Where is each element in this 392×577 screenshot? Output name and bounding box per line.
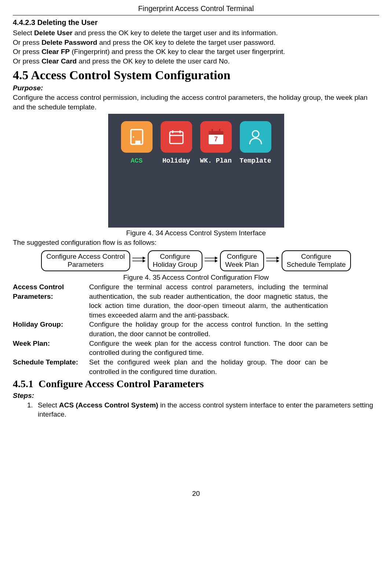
flow-diagram: Configure Access Control Parameters Conf… bbox=[13, 250, 379, 272]
svg-text:7: 7 bbox=[214, 135, 217, 143]
arrow-icon bbox=[203, 255, 219, 266]
heading-4-4-2-3: 4.4.2.3 Deleting the User bbox=[13, 18, 379, 28]
svg-point-14 bbox=[252, 131, 259, 137]
arrow-icon bbox=[265, 255, 281, 266]
def-term: Access Control Parameters: bbox=[13, 282, 86, 320]
svg-rect-5 bbox=[170, 132, 183, 144]
wkplan-icon: 7 bbox=[200, 121, 232, 153]
figure-caption-2: Figure 4. 35 Access Control Configuratio… bbox=[13, 273, 379, 282]
step-1: Select ACS (Access Control System) in th… bbox=[35, 400, 379, 419]
tile-template[interactable]: Template bbox=[237, 121, 274, 165]
heading-4-5-1: 4.5.1 Configure Access Control Parameter… bbox=[13, 377, 379, 391]
acs-icon bbox=[121, 121, 153, 153]
tile-holiday[interactable]: Holiday bbox=[158, 121, 195, 165]
svg-marker-16 bbox=[143, 257, 146, 260]
paragraph: Or press Clear FP (Fingerprint) and pres… bbox=[13, 47, 379, 57]
svg-rect-10 bbox=[209, 131, 223, 135]
tile-label: WK. Plan bbox=[198, 156, 234, 165]
flow-step-4: Configure Schedule Template bbox=[282, 250, 351, 272]
svg-marker-22 bbox=[215, 260, 218, 262]
svg-rect-3 bbox=[135, 141, 140, 144]
steps-label: Steps: bbox=[13, 391, 379, 400]
heading-4-5: 4.5 Access Control System Configuration bbox=[13, 67, 379, 84]
section-title: Configure Access Control Parameters bbox=[39, 378, 204, 389]
def-desc: Configure the week plan for the access c… bbox=[89, 339, 328, 358]
def-desc: Set the configured week plan and the hol… bbox=[89, 358, 328, 376]
svg-marker-18 bbox=[143, 260, 146, 262]
arrow-icon bbox=[131, 255, 147, 266]
section-number: 4.4.2.3 bbox=[13, 18, 35, 26]
tile-acs[interactable]: ACS bbox=[118, 121, 155, 165]
definition-list: Access Control Parameters: Configure the… bbox=[13, 282, 328, 376]
def-desc: Configure the holiday group for the acce… bbox=[89, 320, 328, 338]
svg-marker-20 bbox=[215, 257, 218, 260]
purpose-label: Purpose: bbox=[13, 83, 379, 93]
tile-label: ACS bbox=[118, 156, 155, 165]
paragraph: Select Delete User and press the OK key … bbox=[13, 28, 379, 38]
page-header: Fingerprint Access Control Terminal bbox=[13, 4, 379, 15]
section-number: 4.5.1 bbox=[13, 378, 33, 389]
paragraph: Or press Clear Card and press the OK key… bbox=[13, 57, 379, 66]
paragraph: Or press Delete Password and press the O… bbox=[13, 38, 379, 47]
tile-wkplan[interactable]: 7 WK. Plan bbox=[198, 121, 234, 165]
def-term: Schedule Template: bbox=[13, 358, 86, 376]
flow-step-1: Configure Access Control Parameters bbox=[41, 250, 130, 272]
section-title: Deleting the User bbox=[37, 18, 98, 26]
acs-interface-screenshot: ACS Holiday 7 WK. Plan Template bbox=[108, 114, 284, 228]
purpose-text: Configure the access control permission,… bbox=[13, 93, 379, 112]
flow-step-3: Configure Week Plan bbox=[220, 250, 264, 272]
holiday-icon bbox=[161, 121, 192, 153]
def-term: Week Plan: bbox=[13, 339, 86, 358]
svg-marker-26 bbox=[276, 260, 279, 262]
template-icon bbox=[240, 121, 271, 153]
flow-step-2: Configure Holiday Group bbox=[148, 250, 202, 272]
svg-marker-24 bbox=[276, 257, 279, 260]
tile-label: Template bbox=[237, 156, 274, 165]
section-title: Access Control System Configuration bbox=[31, 68, 230, 82]
figure-caption-1: Figure 4. 34 Access Control System Inter… bbox=[13, 228, 379, 238]
def-term: Holiday Group: bbox=[13, 320, 86, 338]
flow-intro: The suggested configuration flow is as f… bbox=[13, 238, 379, 247]
tile-label: Holiday bbox=[158, 156, 195, 165]
svg-point-4 bbox=[133, 136, 134, 138]
section-number: 4.5 bbox=[13, 68, 29, 82]
steps-list: Select ACS (Access Control System) in th… bbox=[13, 400, 379, 419]
def-desc: Configure the terminal access control pa… bbox=[89, 282, 328, 320]
page-number: 20 bbox=[13, 489, 379, 498]
